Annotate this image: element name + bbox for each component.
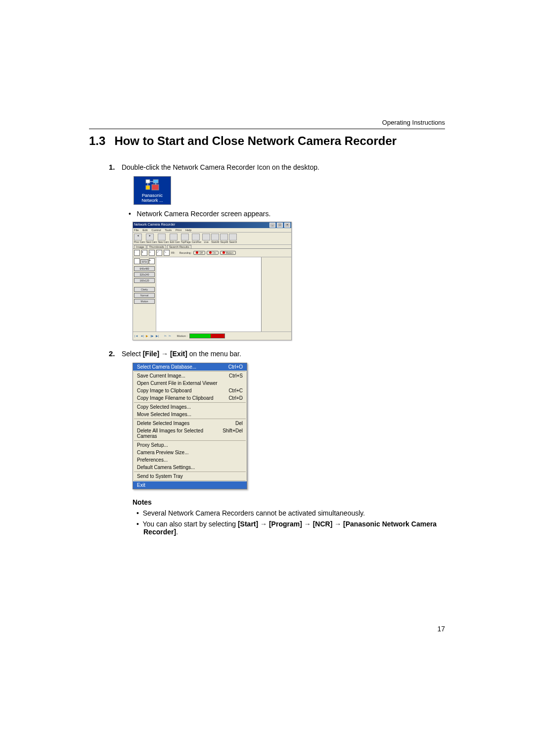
file-menu-item[interactable]: Delete All Images for Selected CamerasSh…: [133, 427, 247, 440]
n2-ncr: [NCR]: [313, 520, 333, 528]
tb-prev-cam[interactable]: ◄Prev Cam: [134, 234, 145, 243]
n2-a2: →: [302, 520, 313, 528]
file-menu-item[interactable]: Preferences...: [133, 456, 247, 464]
file-menu-item[interactable]: Camera Preview Size...: [133, 449, 247, 456]
right-panel: [261, 257, 291, 331]
arrow-left-icon: ◄: [134, 234, 142, 240]
file-menu-item[interactable]: Send to System Tray: [133, 472, 247, 480]
file-menu-item[interactable]: Move Selected Images...: [133, 411, 247, 418]
file-menu-item-label: Exit: [137, 482, 145, 488]
camera-edit-icon: [170, 234, 178, 240]
playback-bar: |◄ ◄| ▶ |▶ ▶| ✂ ✂ Motion :: [133, 331, 291, 340]
file-menu-item-label: Proxy Setup...: [137, 442, 168, 448]
tab-search-results[interactable]: Search Results: [167, 245, 191, 248]
zoom-actual-icon[interactable]: ⤢: [156, 250, 162, 256]
file-menu-item-label: Select Camera Database...: [137, 364, 196, 370]
step-2-exit: [Exit]: [170, 350, 187, 358]
fr-label: FR:: [171, 251, 175, 254]
cut-end-icon[interactable]: ✂: [169, 334, 171, 337]
maximize-icon[interactable]: □: [277, 223, 283, 228]
next-icon[interactable]: |▶: [150, 334, 154, 337]
menu-help[interactable]: Help: [185, 229, 191, 232]
file-menu-item-shortcut: Ctrl+O: [228, 364, 243, 370]
desktop-icon-label-2: Network ...: [135, 198, 170, 203]
tb-startall[interactable]: StartAll: [211, 234, 219, 243]
tab-thumbnails[interactable]: Thumbnails: [147, 245, 166, 248]
close-icon[interactable]: ×: [284, 223, 290, 228]
tb-next-cam[interactable]: ►Next Cam: [146, 234, 157, 243]
file-menu-item[interactable]: Default Camera Settings...: [133, 464, 247, 471]
tb-edit-cam[interactable]: Edit Cam: [170, 234, 180, 243]
tb-stopall[interactable]: StopAll: [220, 234, 228, 243]
tb-live[interactable]: Live: [202, 234, 210, 243]
play-icon[interactable]: ▶: [146, 334, 148, 337]
quality-motion[interactable]: Motion: [134, 299, 155, 304]
startall-icon: [211, 234, 219, 240]
file-menu-item-label: Camera Preview Size...: [137, 450, 188, 455]
tb-search[interactable]: Search: [229, 234, 237, 243]
tb-toppage[interactable]: TopPage: [181, 234, 191, 243]
minimize-icon[interactable]: _: [269, 223, 275, 228]
quality-clarity[interactable]: Clarity: [134, 287, 155, 292]
menu-tools[interactable]: Tools: [165, 229, 172, 232]
side-blank[interactable]: [134, 258, 140, 264]
tb-new-cam[interactable]: New Cam: [158, 234, 169, 243]
size-160[interactable]: 160x120: [134, 278, 155, 283]
tab-image[interactable]: Image: [134, 245, 146, 248]
file-menu-item[interactable]: Copy Image Filename to ClipboardCtrl+D: [133, 394, 247, 402]
zoom-in-icon[interactable]: +: [149, 250, 155, 256]
image-canvas: [156, 257, 261, 331]
first-icon[interactable]: |◄: [134, 334, 138, 337]
app-window-screenshot: Network Camera Recorder _ □ × File Edit …: [133, 222, 292, 340]
file-menu-item-label: Default Camera Settings...: [137, 465, 195, 470]
desktop-icon[interactable]: Panasonic Network ...: [134, 176, 171, 205]
rec-on-button[interactable]: On: [207, 251, 219, 255]
file-menu-item[interactable]: Delete Selected ImagesDel: [133, 420, 247, 427]
menu-print[interactable]: Print: [176, 229, 181, 232]
zoom-out-icon[interactable]: -: [134, 250, 140, 256]
file-menu-item-label: Copy Image Filename to Clipboard: [137, 395, 214, 401]
svg-rect-1: [153, 180, 158, 183]
last-icon[interactable]: ▶|: [156, 334, 159, 337]
file-menu-item-label: Send to System Tray: [137, 473, 183, 479]
side-std[interactable]: STD: [140, 259, 148, 264]
tb-camrec[interactable]: CamRec: [192, 234, 201, 243]
file-menu-item-label: Preferences...: [137, 457, 168, 463]
file-menu-divider: [134, 472, 246, 472]
motion-bar[interactable]: [189, 333, 225, 338]
header-operating-instructions: Operating Instructions: [382, 119, 445, 126]
size-320[interactable]: 320x240: [134, 272, 155, 277]
note-1: • Several Network Camera Recorders canno…: [133, 509, 445, 517]
zoom-select[interactable]: ▾: [141, 250, 147, 256]
step-2-number: 2.: [109, 349, 120, 358]
rec-off-button[interactable]: Off: [193, 251, 205, 255]
file-menu-item[interactable]: Save Current Image...Ctrl+S: [133, 372, 247, 379]
menu-file[interactable]: File: [134, 229, 139, 232]
file-menu-item[interactable]: Select Camera Database...Ctrl+O: [133, 363, 247, 371]
rec-motion-button[interactable]: Motion: [220, 251, 236, 255]
file-menu-item[interactable]: Copy Selected Images...: [133, 403, 247, 411]
menu-bar[interactable]: File Edit Control Tools Print Help: [133, 228, 291, 233]
side-drop[interactable]: ▾: [149, 258, 155, 264]
file-menu-item[interactable]: Exit: [133, 481, 247, 489]
camrec-icon: [192, 234, 200, 240]
file-menu-item[interactable]: Proxy Setup...: [133, 441, 247, 449]
desktop-icon-graphic: [135, 179, 170, 192]
menu-edit[interactable]: Edit: [142, 229, 147, 232]
step-2-file: [File]: [143, 350, 159, 358]
toppage-icon: [181, 234, 189, 240]
svg-rect-2: [146, 186, 150, 189]
menu-control[interactable]: Control: [151, 229, 161, 232]
prev-icon[interactable]: ◄|: [140, 334, 144, 337]
window-buttons[interactable]: _ □ ×: [269, 223, 290, 228]
cut-start-icon[interactable]: ✂: [164, 334, 167, 337]
file-menu-item[interactable]: Copy Image to ClipboardCtrl+C: [133, 387, 247, 394]
file-menu-item-label: Copy Image to Clipboard: [137, 388, 192, 393]
window-title: Network Camera Recorder: [134, 223, 175, 228]
svg-rect-0: [146, 180, 150, 183]
file-menu-item[interactable]: Open Current File in External Viewer: [133, 379, 247, 387]
file-menu-divider: [134, 419, 246, 419]
size-640[interactable]: 640x480: [134, 266, 155, 271]
quality-normal[interactable]: Normal: [134, 293, 155, 298]
zoom-fit-icon[interactable]: ⤡: [164, 250, 170, 256]
